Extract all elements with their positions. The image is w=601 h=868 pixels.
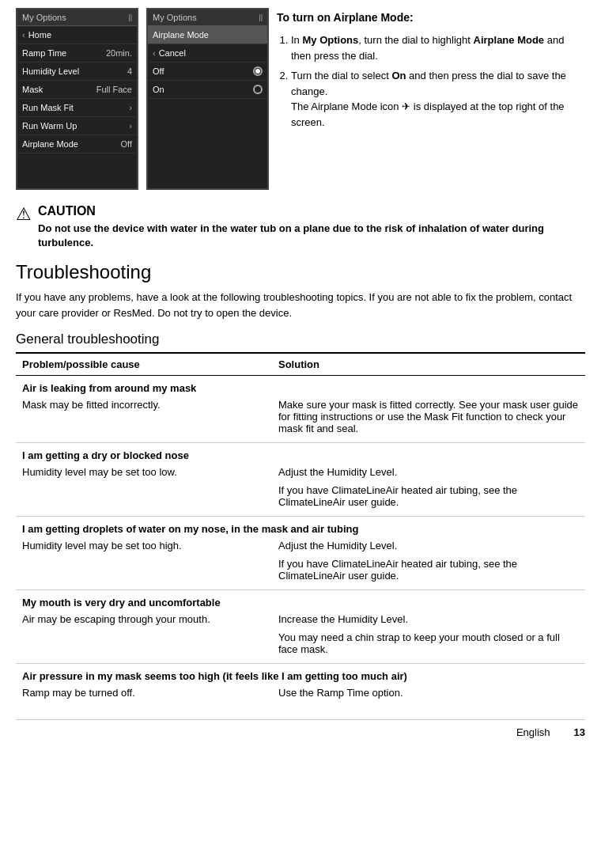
screen2-item-airplanemode-header: Airplane Mode bbox=[148, 26, 267, 44]
table-body: Air is leaking from around my mask Mask … bbox=[16, 376, 585, 704]
screen1-humidity-value: 4 bbox=[127, 66, 132, 76]
screen1-signal: || bbox=[128, 13, 132, 21]
screen1-header: My Options || bbox=[17, 9, 137, 26]
caution-content: CAUTION Do not use the device with water… bbox=[38, 204, 585, 250]
page-footer: English 13 bbox=[16, 719, 585, 738]
home-back-arrow: ‹ bbox=[22, 30, 25, 40]
problem-heading-3: I am getting droplets of water on my nos… bbox=[16, 517, 585, 539]
instruction-step-2: Turn the dial to select On and then pres… bbox=[291, 68, 585, 130]
screen1-item-ramptime[interactable]: Ramp Time 20min. bbox=[17, 44, 137, 63]
table-row: Air is leaking from around my mask bbox=[16, 376, 585, 398]
solution-4-extra: You may need a chin strap to keep your m… bbox=[272, 630, 585, 664]
solution-5: Use the Ramp Time option. bbox=[272, 685, 585, 703]
runmaskfit-chevron: › bbox=[129, 103, 132, 112]
table-row: If you have ClimateLineAir heated air tu… bbox=[16, 556, 585, 590]
caution-section: ⚠ CAUTION Do not use the device with wat… bbox=[16, 204, 585, 250]
runwarmup-chevron: › bbox=[129, 121, 132, 131]
radio-off bbox=[253, 66, 263, 76]
instructions-panel: To turn on Airplane Mode: In My Options,… bbox=[277, 8, 585, 190]
screen2-item-cancel[interactable]: ‹Cancel bbox=[148, 44, 267, 63]
troubleshooting-intro: If you have any problems, have a look at… bbox=[16, 290, 585, 320]
col-header-problem: Problem/possible cause bbox=[16, 353, 272, 376]
instruction-step-1: In My Options, turn the dial to highligh… bbox=[291, 32, 585, 63]
table-row: Air may be escaping through your mouth. … bbox=[16, 612, 585, 630]
table-row: You may need a chin strap to keep your m… bbox=[16, 630, 585, 664]
screen1-item-runmaskfit[interactable]: Run Mask Fit › bbox=[17, 99, 137, 117]
solution-4: Increase the Humidity Level. bbox=[272, 612, 585, 630]
table-row: Humidity level may be set too high. Adju… bbox=[16, 538, 585, 556]
table-row: Humidity level may be set too low. Adjus… bbox=[16, 464, 585, 483]
instructions-list: In My Options, turn the dial to highligh… bbox=[291, 32, 585, 130]
radio-on bbox=[253, 85, 263, 94]
caution-text: Do not use the device with water in the … bbox=[38, 222, 585, 250]
screen1-item-humidity[interactable]: Humidity Level 4 bbox=[17, 63, 137, 81]
solution-3: Adjust the Humidity Level. bbox=[272, 538, 585, 556]
cause-1: Mask may be fitted incorrectly. bbox=[16, 397, 272, 443]
screen2-header: My Options || bbox=[148, 9, 267, 26]
table-row: If you have ClimateLineAir heated air tu… bbox=[16, 483, 585, 517]
table-row: I am getting a dry or blocked nose bbox=[16, 443, 585, 465]
caution-title: CAUTION bbox=[38, 204, 585, 218]
cancel-back-arrow: ‹ bbox=[153, 48, 156, 58]
cause-5: Ramp may be turned off. bbox=[16, 685, 272, 703]
solution-3-extra: If you have ClimateLineAir heated air tu… bbox=[272, 556, 585, 590]
troubleshooting-table: Problem/possible cause Solution Air is l… bbox=[16, 352, 585, 703]
general-troubleshooting-heading: General troubleshooting bbox=[16, 332, 585, 347]
screen1-item-mask[interactable]: Mask Full Face bbox=[17, 81, 137, 99]
screen1-ramptime-value: 20min. bbox=[106, 48, 132, 58]
device-screen-1: My Options || ‹Home Ramp Time 20min. Hum… bbox=[16, 8, 138, 190]
screen1-airplanemode-value: Off bbox=[121, 139, 132, 149]
table-row: Ramp may be turned off. Use the Ramp Tim… bbox=[16, 685, 585, 703]
cause-3-extra bbox=[16, 556, 272, 590]
table-row: My mouth is very dry and uncomfortable bbox=[16, 590, 585, 612]
solution-1: Make sure your mask is fitted correctly.… bbox=[272, 397, 585, 443]
caution-icon: ⚠ bbox=[16, 206, 32, 223]
table-row: Air pressure in my mask seems too high (… bbox=[16, 664, 585, 686]
screen2-item-off[interactable]: Off bbox=[148, 63, 267, 81]
cause-2-extra bbox=[16, 483, 272, 517]
screen1-title: My Options bbox=[22, 13, 66, 22]
screen2-signal: || bbox=[259, 13, 263, 21]
footer-page-number: 13 bbox=[574, 726, 585, 738]
screen1-item-home[interactable]: ‹Home bbox=[17, 26, 137, 44]
screen2-item-on[interactable]: On bbox=[148, 81, 267, 99]
problem-heading-5: Air pressure in my mask seems too high (… bbox=[16, 664, 585, 686]
cause-2: Humidity level may be set too low. bbox=[16, 464, 272, 483]
footer-language: English bbox=[516, 726, 550, 738]
screen1-mask-value: Full Face bbox=[96, 85, 132, 94]
solution-2: Adjust the Humidity Level. bbox=[272, 464, 585, 483]
table-row: I am getting droplets of water on my nos… bbox=[16, 517, 585, 539]
table-header: Problem/possible cause Solution bbox=[16, 353, 585, 376]
device-screen-2: My Options || Airplane Mode ‹Cancel Off … bbox=[146, 8, 269, 190]
screen2-title: My Options bbox=[153, 13, 197, 22]
cause-4: Air may be escaping through your mouth. bbox=[16, 612, 272, 630]
cause-3: Humidity level may be set too high. bbox=[16, 538, 272, 556]
instructions-heading: To turn on Airplane Mode: bbox=[277, 9, 585, 26]
cause-4-extra bbox=[16, 630, 272, 664]
problem-heading-1: Air is leaking from around my mask bbox=[16, 376, 585, 398]
problem-heading-4: My mouth is very dry and uncomfortable bbox=[16, 590, 585, 612]
col-header-solution: Solution bbox=[272, 353, 585, 376]
troubleshooting-heading: Troubleshooting bbox=[16, 261, 585, 283]
solution-2-extra: If you have ClimateLineAir heated air tu… bbox=[272, 483, 585, 517]
top-section: My Options || ‹Home Ramp Time 20min. Hum… bbox=[16, 8, 585, 190]
problem-heading-2: I am getting a dry or blocked nose bbox=[16, 443, 585, 465]
screen1-item-airplanemode[interactable]: Airplane Mode Off bbox=[17, 135, 137, 154]
screen1-item-runwarmup[interactable]: Run Warm Up › bbox=[17, 117, 137, 135]
table-row: Mask may be fitted incorrectly. Make sur… bbox=[16, 397, 585, 443]
